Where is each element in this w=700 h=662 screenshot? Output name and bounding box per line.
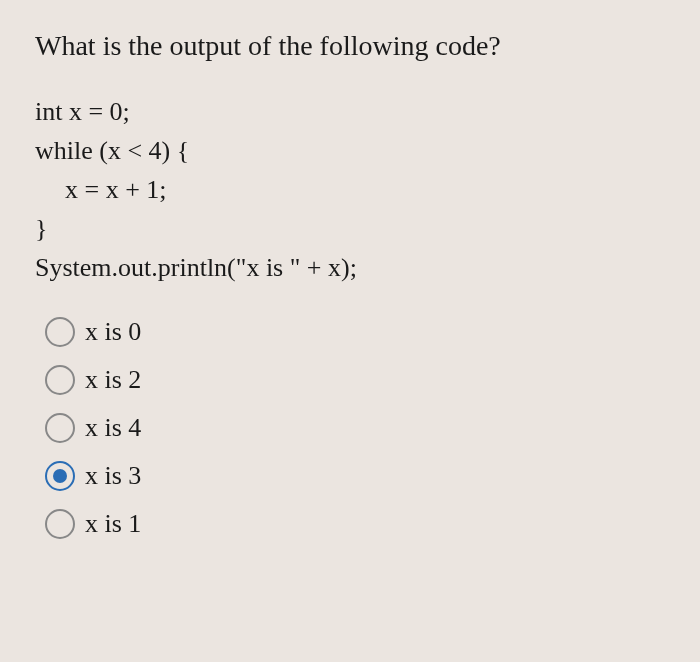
option-3[interactable]: x is 3 bbox=[45, 461, 665, 491]
option-label: x is 4 bbox=[85, 413, 141, 443]
radio-icon bbox=[45, 509, 75, 539]
code-line-2: while (x < 4) { bbox=[35, 131, 665, 170]
option-label: x is 1 bbox=[85, 509, 141, 539]
option-0[interactable]: x is 0 bbox=[45, 317, 665, 347]
option-2[interactable]: x is 4 bbox=[45, 413, 665, 443]
code-block: int x = 0; while (x < 4) { x = x + 1; } … bbox=[35, 92, 665, 287]
option-1[interactable]: x is 2 bbox=[45, 365, 665, 395]
option-4[interactable]: x is 1 bbox=[45, 509, 665, 539]
code-line-3: x = x + 1; bbox=[35, 170, 665, 209]
code-line-5: System.out.println("x is " + x); bbox=[35, 248, 665, 287]
option-label: x is 2 bbox=[85, 365, 141, 395]
options-group: x is 0 x is 2 x is 4 x is 3 x is 1 bbox=[35, 317, 665, 539]
option-label: x is 0 bbox=[85, 317, 141, 347]
code-line-4: } bbox=[35, 209, 665, 248]
radio-icon-selected bbox=[45, 461, 75, 491]
code-line-1: int x = 0; bbox=[35, 92, 665, 131]
radio-icon bbox=[45, 317, 75, 347]
radio-icon bbox=[45, 413, 75, 443]
option-label: x is 3 bbox=[85, 461, 141, 491]
radio-icon bbox=[45, 365, 75, 395]
question-title: What is the output of the following code… bbox=[35, 30, 665, 62]
